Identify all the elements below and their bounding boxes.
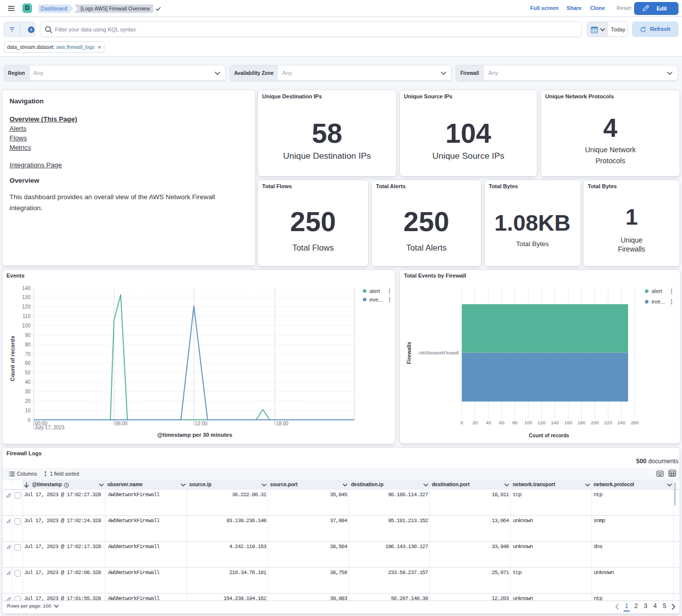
svg-text:110: 110 <box>22 313 30 319</box>
svg-text:Count of records: Count of records <box>9 335 15 381</box>
svg-text:06:00: 06:00 <box>115 421 127 426</box>
svg-text:AWSNetworkFirewall: AWSNetworkFirewall <box>418 350 458 355</box>
svg-text:0: 0 <box>27 417 30 423</box>
svg-text:eve...: eve... <box>369 297 382 303</box>
svg-text:10: 10 <box>25 408 31 413</box>
svg-text:80: 80 <box>512 420 518 425</box>
svg-text:60: 60 <box>499 420 505 425</box>
svg-text:140: 140 <box>551 420 559 425</box>
svg-text:240: 240 <box>618 420 626 425</box>
svg-text:0: 0 <box>460 420 463 425</box>
svg-text:July 17, 2023: July 17, 2023 <box>35 425 65 430</box>
svg-text:100: 100 <box>22 323 30 328</box>
svg-text:220: 220 <box>604 420 612 425</box>
svg-text:120: 120 <box>538 420 546 425</box>
svg-text:180: 180 <box>578 420 586 425</box>
svg-text:20: 20 <box>472 420 478 425</box>
svg-text:50: 50 <box>25 370 31 375</box>
svg-text:@timestamp per 30 minutes: @timestamp per 30 minutes <box>157 432 232 438</box>
svg-text:30: 30 <box>25 389 31 394</box>
svg-text:260: 260 <box>631 420 639 425</box>
svg-text:70: 70 <box>25 351 31 357</box>
svg-text:eve...: eve... <box>652 299 665 305</box>
svg-text:80: 80 <box>25 342 31 347</box>
svg-text:140: 140 <box>22 286 30 291</box>
svg-text:60: 60 <box>25 360 31 366</box>
svg-text:40: 40 <box>25 379 31 385</box>
svg-text:100: 100 <box>524 420 532 425</box>
svg-text:200: 200 <box>591 420 599 425</box>
svg-text:18:00: 18:00 <box>276 421 289 426</box>
svg-text:120: 120 <box>22 304 30 309</box>
svg-text:20: 20 <box>25 398 31 404</box>
svg-text:Count of records: Count of records <box>529 433 569 438</box>
svg-text:160: 160 <box>564 420 572 425</box>
svg-text:Firewalls: Firewalls <box>406 342 412 364</box>
svg-text:alert: alert <box>369 288 380 294</box>
svg-text:12:00: 12:00 <box>195 421 207 426</box>
svg-text:130: 130 <box>22 295 30 300</box>
svg-text:40: 40 <box>486 420 491 425</box>
svg-text:90: 90 <box>25 332 31 338</box>
svg-text:alert: alert <box>652 288 662 294</box>
